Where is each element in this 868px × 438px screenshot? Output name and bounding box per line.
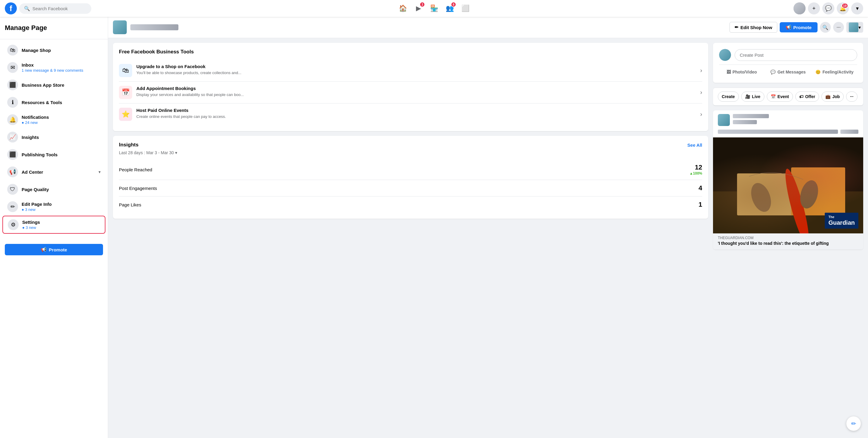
chevron-down-icon: ▾ (856, 5, 859, 12)
edit-shop-button[interactable]: ✏ Edit Shop Now (730, 22, 777, 33)
promote-sidebar-label: Promote (49, 247, 67, 252)
user-avatar (794, 2, 806, 14)
page-thumbnail (849, 23, 858, 32)
home-nav-button[interactable]: 🏠 (396, 1, 410, 15)
sidebar-item-publishing-tools[interactable]: ⬛ Publishing Tools (2, 146, 105, 163)
plus-button[interactable]: + (808, 2, 820, 14)
messenger-icon: 💬 (825, 5, 832, 12)
video-badge: 3 (420, 2, 425, 7)
upgrade-shop-chevron: › (700, 67, 702, 74)
sidebar-item-settings[interactable]: ➤ ⚙ Settings 3 new (2, 216, 105, 234)
marketplace-icon: 🏪 (430, 4, 438, 12)
page-avatar (113, 21, 127, 34)
photo-video-button[interactable]: 🖼 Photo/Video (719, 67, 764, 77)
account-dropdown-button[interactable]: ▾ (851, 2, 863, 14)
paid-events-icon: ⭐ (119, 108, 132, 121)
page-name-blurred (130, 24, 178, 30)
photo-video-icon: 🖼 (726, 70, 731, 74)
photo-video-label: Photo/Video (733, 70, 757, 74)
promote-header-button[interactable]: 📢 Promote (780, 22, 817, 32)
sidebar-item-insights[interactable]: 📈 Insights (2, 129, 105, 145)
search-page-button[interactable]: 🔍 (820, 22, 831, 33)
event-tool-button[interactable]: 📅 Event (767, 92, 793, 102)
create-post-input[interactable]: Create Post (735, 49, 857, 61)
post-image: The Guardian (713, 137, 863, 233)
page-quality-label: Page Quality (22, 187, 49, 192)
date-range-text: Last 28 days : Mar 3 - Mar 30 (119, 150, 174, 155)
sidebar-item-notifications[interactable]: 🔔 Notifications 24 new (2, 111, 105, 128)
metric-post-engagements: Post Engagements 4 (119, 180, 702, 197)
upgrade-shop-icon: 🛍 (119, 64, 132, 77)
more-tools-button[interactable]: ··· (846, 92, 858, 102)
sidebar-item-page-quality[interactable]: 🛡 Page Quality (2, 181, 105, 198)
feeling-activity-button[interactable]: 😊 Feeling/Activity (812, 67, 857, 77)
sidebar: Manage Page 🛍 Manage Shop ✉ Inbox 1 new … (0, 17, 108, 438)
marketplace-nav-button[interactable]: 🏪 (427, 1, 441, 15)
free-tools-title: Free Facebook Business Tools (119, 49, 702, 55)
search-bar[interactable]: 🔍 (19, 3, 91, 14)
page-likes-value: 1 (699, 201, 702, 208)
post-link-source: THEGUARDIAN.COM (718, 236, 858, 240)
svg-point-5 (748, 180, 775, 214)
get-messages-label: Get Messages (777, 70, 806, 74)
post-preview-card: The Guardian THEGUARDIAN.COM 'I thought … (713, 110, 863, 249)
manage-shop-label: Manage Shop (22, 48, 51, 53)
ad-center-chevron: ▾ (98, 169, 101, 174)
sidebar-item-ad-center[interactable]: 📢 Ad Center ▾ (2, 164, 105, 180)
get-messages-button[interactable]: 💬 Get Messages (766, 67, 811, 77)
video-nav-button[interactable]: ▶ 3 (411, 1, 426, 15)
gaming-icon: ⬜ (461, 4, 469, 12)
messenger-button[interactable]: 💬 (823, 2, 834, 14)
manage-shop-icon: 🛍 (7, 45, 18, 56)
tool-item-paid-events[interactable]: ⭐ Host Paid Online Events Create online … (119, 103, 702, 125)
svg-rect-3 (791, 167, 845, 215)
page-menu-button[interactable]: ▾ (846, 22, 863, 33)
promote-sidebar-button[interactable]: 📢 Promote (5, 244, 103, 255)
sidebar-item-resources-tools[interactable]: ℹ Resources & Tools (2, 94, 105, 111)
metric-people-reached: People Reached 12 ▲100% (119, 159, 702, 180)
event-label: Event (778, 94, 789, 99)
content-left: Free Facebook Business Tools 🛍 Upgrade t… (113, 43, 708, 433)
insights-header: Insights See All (119, 142, 702, 148)
gaming-nav-button[interactable]: ⬜ (458, 1, 472, 15)
post-tools-row: Create 🎥 Live 📅 Event 🏷 Offer (713, 88, 863, 106)
appointment-desc: Display your services and availability s… (136, 92, 696, 98)
ad-center-icon: 📢 (7, 167, 18, 177)
resources-tools-label: Resources & Tools (22, 100, 62, 105)
offer-label: Offer (805, 94, 815, 99)
post-header (713, 110, 863, 130)
live-icon: 🎥 (745, 94, 750, 99)
job-icon: 💼 (825, 94, 831, 99)
upgrade-shop-desc: You'll be able to showcase products, cre… (136, 70, 696, 76)
job-tool-button[interactable]: 💼 Job (822, 92, 844, 102)
sidebar-item-business-app-store[interactable]: ⬛ Business App Store (2, 76, 105, 93)
people-reached-value: 12 (695, 164, 702, 171)
live-tool-button[interactable]: 🎥 Live (741, 92, 764, 102)
sidebar-item-manage-shop[interactable]: 🛍 Manage Shop (2, 42, 105, 59)
insights-date: Last 28 days : Mar 3 - Mar 30 ▾ (119, 150, 702, 155)
facebook-logo[interactable]: f (5, 2, 17, 14)
top-navigation: f 🔍 🏠 ▶ 3 🏪 👥 8 ⬜ + (0, 0, 868, 17)
groups-nav-button[interactable]: 👥 8 (442, 1, 457, 15)
offer-tool-button[interactable]: 🏷 Offer (795, 92, 819, 102)
create-tool-button[interactable]: Create (718, 92, 739, 102)
insights-card: Insights See All Last 28 days : Mar 3 - … (113, 136, 708, 219)
search-input[interactable] (32, 6, 87, 11)
write-now-button[interactable]: ✏ (846, 416, 861, 431)
business-app-store-label: Business App Store (22, 82, 64, 88)
edit-page-info-label: Edit Page Info (22, 202, 52, 207)
home-icon: 🏠 (399, 4, 407, 12)
page-dropdown-icon: ▾ (858, 25, 861, 30)
sidebar-item-edit-page-info[interactable]: ✏ Edit Page Info 3 new (2, 198, 105, 215)
tool-item-upgrade-shop[interactable]: 🛍 Upgrade to a Shop on Facebook You'll b… (119, 60, 702, 81)
sidebar-item-inbox[interactable]: ✉ Inbox 1 new message & 9 new comments (2, 59, 105, 76)
metric-page-likes: Page Likes 1 (119, 197, 702, 213)
more-options-button[interactable]: ··· (833, 22, 844, 33)
page-likes-label: Page Likes (119, 202, 141, 207)
see-all-link[interactable]: See All (687, 142, 702, 147)
guardian-badge: The Guardian (825, 213, 858, 229)
notifications-button[interactable]: 🔔 19 (837, 2, 849, 14)
tool-item-appointment[interactable]: 📅 Add Appointment Bookings Display your … (119, 81, 702, 103)
live-label: Live (752, 94, 761, 99)
resources-tools-icon: ℹ (7, 97, 18, 108)
